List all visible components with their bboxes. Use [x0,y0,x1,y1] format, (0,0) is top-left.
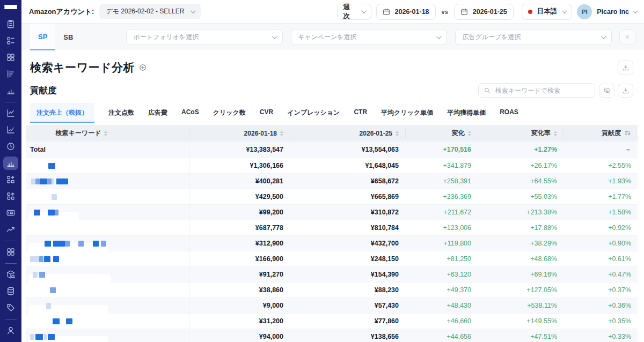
date-to-picker[interactable]: 2026-01-25 [454,4,514,20]
company-menu[interactable]: Picaro Inc [597,8,636,16]
column-header-change[interactable]: 変化 [405,125,478,142]
sidebar-item-grid-arrow-up[interactable] [3,173,18,187]
sidebar-item-clipboard[interactable] [3,18,18,31]
table-cell: +0.90% [564,235,638,251]
sidebar-item-layout-grid[interactable] [3,51,18,64]
column-header-date-from[interactable]: 2026-01-18 [189,125,290,142]
sidebar-item-bar-chart[interactable] [3,84,18,98]
tab-sb[interactable]: SB [55,24,81,50]
contribution-table: 検索キーワード 2026-01-18 2026-01-25 変化 変化率 貢献度… [26,125,638,342]
column-header-date-to[interactable]: 2026-01-25 [290,125,405,142]
metric-tab-9[interactable]: 平均クリック単価 [381,103,433,123]
tab-sp[interactable]: SP [30,24,55,50]
table-cell: ¥88,230 [290,282,405,298]
layout-grid-alt-icon [6,247,16,257]
sidebar-item-bar-chart-active[interactable] [3,157,18,170]
table-cell: ¥665,869 [290,189,405,204]
sidebar-item-chart-rows[interactable] [3,68,18,81]
table-cell: +258,391 [405,173,478,189]
table-cell: ¥57,430 [290,298,405,313]
sidebar-item-package-search[interactable] [3,268,18,281]
search-icon [484,87,491,94]
layout-list-icon [6,36,16,46]
table-cell: ¥429,500 [189,189,290,204]
metric-tab-1[interactable]: 注文売上（税抜） [30,103,94,123]
sidebar-item-trend-up[interactable] [3,223,18,236]
sidebar-item-line-chart-alt[interactable] [3,123,18,137]
table-cell: ¥810,784 [290,220,405,235]
metric-tab-11[interactable]: ROAS [500,103,518,123]
table-cell: +0.61% [564,251,638,266]
download-button[interactable] [618,61,633,75]
ad-group-select[interactable]: 広告グループを選択 [455,29,612,45]
chevron-down-icon [436,34,442,39]
search-input[interactable] [494,86,590,95]
metric-tab-3[interactable]: 広告費 [148,103,167,123]
line-chart-alt-icon [6,125,16,135]
account-selector[interactable]: デモ 2026-02-02 - SELLER [99,4,201,19]
language-selector[interactable]: 日本語 [522,4,573,20]
metric-tab-4[interactable]: ACoS [181,103,199,123]
avatar[interactable]: PI [577,4,592,19]
date-to-value: 2026-01-25 [473,8,507,16]
download-table-button[interactable] [618,84,633,98]
column-header-contribution[interactable]: 貢献度 [564,125,638,142]
metric-tab-6[interactable]: CVR [260,103,273,123]
chevron-down-icon [272,34,277,39]
page-title: 検索キーワード分析 [30,60,135,75]
censored-keyword-pixel [53,256,59,262]
sidebar-item-grid-arrow-up-alt[interactable] [3,190,18,203]
metric-tab-8[interactable]: CTR [354,103,367,123]
sort-icon [280,131,283,136]
sidebar-item-layout-grid-alt[interactable] [3,246,18,259]
table-cell: ¥1,306,166 [189,158,290,173]
metric-tab-5[interactable]: クリック数 [213,103,246,123]
section-title: 貢献度 [30,85,57,96]
column-header-change-rate[interactable]: 変化率 [478,125,564,142]
keyword-search[interactable] [478,83,595,98]
portfolio-select[interactable]: ポートフォリオを選択 [126,29,283,45]
table-cell: +48.68% [478,251,564,266]
table-cell: +1.58% [564,204,638,220]
table-cell: ¥248,150 [290,251,405,266]
chevron-down-icon [601,34,606,39]
portfolio-placeholder: ポートフォリオを選択 [133,33,199,42]
language-value: 日本語 [537,7,558,16]
table-cell: +55.03% [478,189,564,204]
add-circle-icon[interactable] [139,64,147,71]
campaign-select[interactable]: キャンペーンを選択 [291,29,448,45]
metric-tab-7[interactable]: インプレッション [287,103,340,123]
sidebar-item-database[interactable] [3,285,18,298]
table-cell: +2.55% [564,158,638,173]
sidebar-item-user[interactable] [3,324,18,337]
sort-icon [468,131,471,136]
sidebar-item-line-chart[interactable] [3,107,18,120]
censored-keyword-cell [26,329,189,342]
metric-tab-2[interactable]: 注文点数 [108,103,134,123]
table-cell: ¥38,860 [189,282,290,298]
metric-tab-10[interactable]: 平均獲得単価 [447,103,486,123]
sidebar-item-layout-list[interactable] [3,34,18,48]
redaction-overlay [28,305,108,318]
column-header-keyword[interactable]: 検索キーワード [26,125,189,142]
table-cell: +538.11% [478,298,564,313]
period-selector[interactable]: 週次 [337,4,371,20]
database-icon [6,286,16,296]
table-cell: +64.55% [478,173,564,189]
table-cell: +46,660 [405,313,478,329]
date-from-picker[interactable]: 2026-01-18 [376,4,436,20]
chevron-down-icon [562,8,567,13]
table-cell: ¥312,900 [189,235,290,251]
clear-filters-button[interactable]: × [619,29,635,44]
censored-keyword-pixel [47,179,52,184]
sidebar-item-id-card[interactable] [3,206,18,220]
sidebar-item-clock[interactable] [3,140,18,153]
hide-columns-button[interactable] [599,84,614,98]
sidebar-item-tag[interactable] [3,301,18,315]
table-cell: +0.36% [564,298,638,313]
menu-icon[interactable] [4,5,17,9]
total-date-from: ¥13,383,547 [189,142,290,158]
censored-keyword-cell [26,189,189,204]
calendar-icon [460,8,468,16]
sidebar-divider [5,241,17,241]
